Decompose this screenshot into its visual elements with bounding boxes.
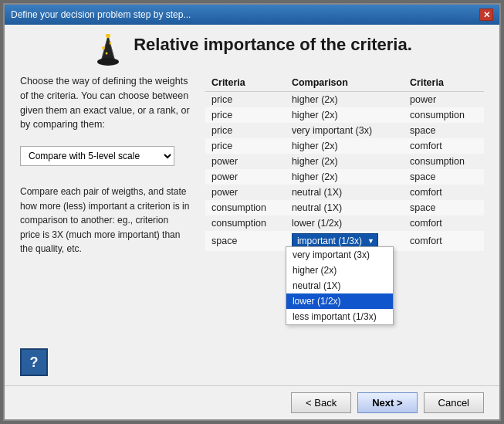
table-row: pricehigher (2x)power	[205, 92, 484, 108]
comparison-cell: higher (2x)	[286, 138, 404, 154]
dropdown-option[interactable]: very important (3x)	[286, 247, 393, 263]
criteria2-cell: comfort	[404, 185, 484, 200]
table-row: spaceimportant (1/3x)very important (3x)…	[205, 231, 484, 251]
svg-point-1	[106, 34, 110, 38]
comparison-cell: neutral (1X)	[286, 185, 404, 200]
page-header: Relative importance of the criteria.	[20, 34, 484, 66]
criteria2-cell: consumption	[404, 154, 484, 169]
table-row: consumptionneutral (1X)space	[205, 200, 484, 215]
comparison-cell[interactable]: important (1/3x)very important (3x)highe…	[286, 231, 404, 251]
dropdown-option[interactable]: higher (2x)	[286, 263, 393, 278]
comparison-cell: higher (2x)	[286, 92, 404, 108]
criteria1-cell: consumption	[205, 200, 286, 215]
criteria2-cell: space	[404, 169, 484, 185]
help-button[interactable]: ?	[20, 348, 48, 376]
col-header-criteria2: Criteria	[404, 74, 484, 92]
criteria2-cell: comfort	[404, 138, 484, 154]
dropdown-option[interactable]: lower (1/2x)	[286, 293, 393, 309]
table-row: powerhigher (2x)consumption	[205, 154, 484, 169]
main-content-row: Choose the way of defining the weights o…	[20, 74, 484, 376]
criteria1-cell: power	[205, 154, 286, 169]
criteria1-cell: space	[205, 231, 286, 251]
criteria1-cell: price	[205, 123, 286, 138]
table-row: consumptionlower (1/2x)comfort	[205, 215, 484, 231]
svg-point-4	[110, 42, 112, 45]
comparison-cell: higher (2x)	[286, 154, 404, 169]
close-button[interactable]: ✕	[479, 8, 493, 21]
criteria2-cell: power	[404, 92, 484, 108]
content-area: Relative importance of the criteria. Cho…	[5, 25, 499, 385]
table-row: powerneutral (1X)comfort	[205, 185, 484, 200]
window-title: Define your decision problem step by ste…	[11, 9, 191, 20]
criteria1-cell: price	[205, 107, 286, 123]
title-bar: Define your decision problem step by ste…	[5, 5, 499, 25]
criteria1-cell: power	[205, 169, 286, 185]
method-select[interactable]: Compare with 5-level scaleAssign exact v…	[20, 146, 174, 166]
dropdown-option[interactable]: less important (1/3x)	[286, 309, 393, 324]
criteria2-cell: comfort	[404, 215, 484, 231]
criteria1-cell: price	[205, 138, 286, 154]
left-panel: Choose the way of defining the weights o…	[20, 74, 190, 376]
criteria-table: Criteria Comparison Criteria pricehigher…	[205, 74, 484, 251]
criteria1-cell: power	[205, 185, 286, 200]
method-dropdown-container: Compare with 5-level scaleAssign exact v…	[20, 146, 190, 166]
table-row: pricevery important (3x)space	[205, 123, 484, 138]
criteria2-cell: consumption	[404, 107, 484, 123]
table-row: pricehigher (2x)consumption	[205, 107, 484, 123]
footer: < Back Next > Cancel	[5, 385, 499, 419]
compare-description: Compare each pair of weigths, and state …	[20, 185, 190, 256]
dropdown-option[interactable]: neutral (1X)	[286, 278, 393, 293]
comparison-cell: higher (2x)	[286, 169, 404, 185]
comparison-dropdown-popup: very important (3x)higher (2x)neutral (1…	[286, 246, 394, 325]
comparison-cell: very important (3x)	[286, 123, 404, 138]
comparison-cell: neutral (1X)	[286, 200, 404, 215]
criteria2-cell: comfort	[404, 231, 484, 251]
col-header-criteria1: Criteria	[205, 74, 286, 92]
criteria2-cell: space	[404, 200, 484, 215]
right-panel: Criteria Comparison Criteria pricehigher…	[205, 74, 484, 376]
table-row: powerhigher (2x)space	[205, 169, 484, 185]
description-text: Choose the way of defining the weights o…	[20, 74, 190, 132]
main-window: Define your decision problem step by ste…	[3, 3, 501, 421]
col-header-comparison: Comparison	[286, 74, 404, 92]
back-button[interactable]: < Back	[291, 392, 351, 413]
criteria2-cell: space	[404, 123, 484, 138]
wizard-icon	[92, 34, 124, 66]
page-title: Relative importance of the criteria.	[134, 35, 412, 55]
table-row: pricehigher (2x)comfort	[205, 138, 484, 154]
cancel-button[interactable]: Cancel	[424, 392, 484, 413]
next-button[interactable]: Next >	[357, 392, 417, 413]
svg-point-2	[97, 58, 119, 66]
svg-point-3	[102, 46, 105, 49]
svg-point-5	[106, 53, 108, 55]
comparison-cell: lower (1/2x)	[286, 215, 404, 231]
criteria1-cell: consumption	[205, 215, 286, 231]
criteria1-cell: price	[205, 92, 286, 108]
help-icon-container: ?	[20, 336, 190, 376]
comparison-cell: higher (2x)	[286, 107, 404, 123]
